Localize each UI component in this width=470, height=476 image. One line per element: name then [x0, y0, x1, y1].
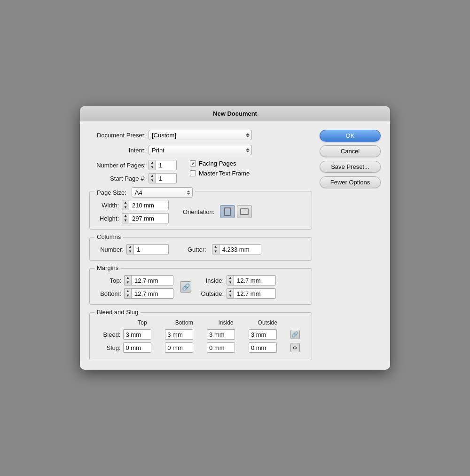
margin-outside-up[interactable]: ▲ [227, 289, 234, 294]
start-page-stepper[interactable]: ▲ ▼ 1 [149, 173, 177, 183]
width-up[interactable]: ▲ [122, 200, 129, 205]
margin-top-stepper[interactable]: ▲ ▼ 12.7 mm [124, 275, 173, 286]
margin-top-label: Top: [95, 277, 121, 284]
columns-number-value: 1 [134, 246, 143, 253]
margin-bottom-value: 12.7 mm [132, 290, 161, 297]
width-stepper[interactable]: ▲ ▼ 210 mm [122, 200, 169, 210]
dialog-left-panel: Document Preset: [Custom] Intent: Print [89, 130, 312, 360]
number-of-pages-down[interactable]: ▼ [149, 165, 156, 170]
col-top-header: Top [123, 319, 165, 328]
slug-chain-icon[interactable]: ⚙ [290, 343, 300, 352]
margin-inside-arrows[interactable]: ▲ ▼ [227, 276, 234, 285]
number-of-pages-arrows[interactable]: ▲ ▼ [149, 160, 156, 170]
pages-options-row: Number of Pages: ▲ ▼ 1 Start Page #: [89, 160, 312, 183]
margin-top-arrows[interactable]: ▲ ▼ [125, 276, 132, 285]
landscape-button[interactable] [237, 205, 252, 218]
gutter-arrows[interactable]: ▲ ▼ [212, 245, 219, 254]
intent-select[interactable]: Print [149, 145, 252, 155]
master-text-frame-row: Master Text Frame [190, 170, 250, 177]
document-preset-row: Document Preset: [Custom] [89, 130, 312, 140]
page-size-select[interactable]: A4 [132, 187, 193, 198]
bleed-bottom-input[interactable] [165, 329, 193, 340]
margin-inside-up[interactable]: ▲ [227, 276, 234, 280]
number-of-pages-value: 1 [156, 162, 165, 169]
margin-top-up[interactable]: ▲ [125, 276, 131, 280]
slug-bottom-input[interactable] [165, 342, 193, 353]
start-page-value: 1 [156, 175, 165, 182]
orientation-label: Orientation: [183, 208, 214, 215]
height-up[interactable]: ▲ [122, 214, 129, 218]
slug-top-input[interactable] [123, 342, 151, 353]
margin-bottom-up[interactable]: ▲ [125, 289, 131, 294]
start-page-down[interactable]: ▼ [149, 178, 156, 183]
page-size-group: Page Size: A4 Width: [89, 191, 312, 230]
number-of-pages-up[interactable]: ▲ [149, 160, 156, 165]
ok-button[interactable]: OK [320, 130, 381, 142]
margin-outside-down[interactable]: ▼ [227, 294, 234, 298]
intent-arrow [246, 148, 250, 152]
master-text-frame-checkbox[interactable] [190, 170, 196, 176]
start-page-up[interactable]: ▲ [149, 174, 156, 178]
start-page-row: Start Page #: ▲ ▼ 1 [89, 173, 177, 183]
number-of-pages-stepper[interactable]: ▲ ▼ 1 [149, 160, 177, 170]
height-arrows[interactable]: ▲ ▼ [122, 214, 129, 223]
facing-pages-row: Facing Pages [190, 160, 250, 167]
bleed-row: Bleed: 🔗 [95, 328, 306, 341]
gutter-row: Gutter: ▲ ▼ 4.233 mm [188, 244, 261, 254]
number-of-pages-row: Number of Pages: ▲ ▼ 1 [89, 160, 177, 170]
height-label: Height: [95, 215, 119, 222]
bleed-slug-group-title: Bleed and Slug [94, 309, 141, 316]
gutter-stepper[interactable]: ▲ ▼ 4.233 mm [212, 244, 261, 254]
bleed-top-input[interactable] [123, 329, 151, 340]
columns-number-stepper[interactable]: ▲ ▼ 1 [126, 244, 169, 254]
margin-inside-down[interactable]: ▼ [227, 280, 234, 285]
columns-number-arrows[interactable]: ▲ ▼ [127, 245, 134, 254]
document-preset-arrow [246, 133, 250, 137]
margin-bottom-down[interactable]: ▼ [125, 294, 131, 298]
margin-inside-row: Inside: ▲ ▼ 12.7 mm [198, 275, 276, 286]
bleed-label: Bleed: [95, 328, 123, 341]
columns-number-up[interactable]: ▲ [127, 245, 133, 249]
intent-label: Intent: [89, 147, 146, 154]
new-document-dialog: New Document Document Preset: [Custom] I… [80, 106, 390, 370]
save-preset-button[interactable]: Save Preset... [320, 161, 381, 173]
margin-outside-arrows[interactable]: ▲ ▼ [227, 289, 234, 298]
margin-outside-stepper[interactable]: ▲ ▼ 12.7 mm [227, 288, 276, 299]
margin-outside-row: Outside: ▲ ▼ 12.7 mm [198, 288, 276, 299]
svg-rect-1 [241, 209, 248, 214]
cancel-button[interactable]: Cancel [320, 145, 381, 157]
start-page-arrows[interactable]: ▲ ▼ [149, 174, 156, 183]
height-stepper[interactable]: ▲ ▼ 297 mm [122, 213, 169, 223]
margin-bottom-stepper[interactable]: ▲ ▼ 12.7 mm [124, 288, 173, 299]
height-down[interactable]: ▼ [122, 218, 129, 223]
columns-number-down[interactable]: ▼ [127, 249, 133, 254]
width-down[interactable]: ▼ [122, 205, 129, 210]
portrait-button[interactable] [220, 205, 235, 218]
height-value: 297 mm [129, 215, 157, 222]
margin-top-row: Top: ▲ ▼ 12.7 mm [95, 275, 173, 286]
margin-bottom-label: Bottom: [95, 290, 121, 297]
margins-chain-icon[interactable]: 🔗 [180, 281, 191, 293]
gutter-up[interactable]: ▲ [212, 245, 219, 249]
margin-bottom-arrows[interactable]: ▲ ▼ [125, 289, 132, 298]
width-arrows[interactable]: ▲ ▼ [122, 200, 129, 210]
slug-row: Slug: ⚙ [95, 341, 306, 354]
facing-pages-checkbox[interactable] [190, 160, 196, 167]
bleed-inside-input[interactable] [207, 329, 235, 340]
bleed-slug-group: Bleed and Slug Top Bottom Inside Outside [89, 312, 312, 360]
svg-rect-0 [225, 208, 230, 215]
margin-inside-stepper[interactable]: ▲ ▼ 12.7 mm [227, 275, 276, 286]
fewer-options-button[interactable]: Fewer Options [320, 176, 381, 188]
document-preset-select[interactable]: [Custom] [149, 130, 252, 140]
margin-top-value: 12.7 mm [132, 277, 161, 284]
col-outside-header: Outside [249, 319, 290, 328]
margin-top-down[interactable]: ▼ [125, 280, 131, 285]
bleed-outside-input[interactable] [249, 329, 277, 340]
margins-group-title: Margins [94, 264, 121, 271]
margins-group: Margins Top: ▲ ▼ 12.7 mm [89, 268, 312, 305]
slug-inside-input[interactable] [207, 342, 235, 353]
slug-outside-input[interactable] [249, 342, 277, 353]
bleed-chain-icon[interactable]: 🔗 [290, 330, 300, 339]
gutter-down[interactable]: ▼ [212, 249, 219, 254]
intent-row: Intent: Print [89, 145, 312, 155]
